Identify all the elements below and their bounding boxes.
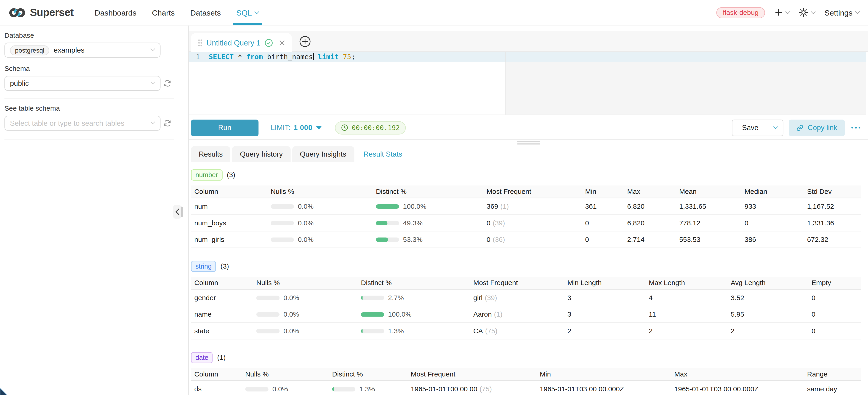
table-row: state0.0%1.3%CA(75)2220 — [191, 323, 861, 339]
sql-token — [314, 53, 318, 61]
frequent-count: (39) — [493, 219, 505, 227]
sql-editor[interactable]: 1 SELECT * from birth_names limit 75; — [189, 52, 866, 115]
column-header: Max — [624, 188, 676, 195]
progress-bar-fill — [332, 387, 334, 391]
percent-label: 0.0% — [283, 310, 299, 318]
cell-value: 1965-01-01T03:00:00.000Z — [671, 385, 804, 393]
cell-distinct-pct: 100.0% — [373, 202, 483, 210]
table-select[interactable]: Select table or type to search tables — [4, 116, 160, 130]
link-icon — [796, 124, 804, 131]
sql-token: birth_names — [263, 53, 313, 61]
percent-label: 100.0% — [388, 310, 412, 318]
collapse-sidebar-button[interactable] — [173, 205, 181, 219]
cell-value: 2 — [727, 327, 808, 335]
nav-item-dashboards[interactable]: Dashboards — [87, 0, 144, 25]
cell-nulls-pct: 0.0% — [242, 385, 329, 393]
copy-link-label: Copy link — [808, 123, 837, 132]
cell-nulls-pct: 0.0% — [268, 236, 373, 243]
sidebar-resize-handle[interactable] — [181, 206, 183, 217]
progress-bar — [256, 312, 280, 316]
cell-value: 6,820 — [624, 202, 676, 210]
column-header: Empty — [808, 279, 858, 287]
result-tab-results[interactable]: Results — [191, 146, 230, 162]
column-header: Column — [191, 188, 268, 195]
database-select[interactable]: postgresql examples — [4, 43, 160, 58]
more-options-button[interactable] — [850, 124, 861, 131]
save-button[interactable]: Save — [733, 120, 768, 135]
cell-distinct-pct: 53.3% — [373, 236, 483, 243]
chevron-down-icon — [150, 80, 155, 84]
add-tab-button[interactable] — [299, 35, 311, 48]
theme-menu[interactable] — [799, 8, 815, 17]
type-tag-date: date — [191, 352, 213, 363]
chevron-down-icon — [254, 9, 259, 14]
chevron-down-icon — [855, 9, 860, 14]
cell-value: 0 — [808, 294, 858, 302]
progress-bar — [245, 387, 269, 391]
progress-bar — [361, 312, 384, 316]
progress-bar — [376, 221, 399, 225]
cell-column-name: ds — [191, 385, 242, 393]
schema-field: Schema public — [4, 65, 188, 91]
print-margin-area — [506, 62, 866, 115]
frequent-value: 1965-01-01T00:00:00 — [411, 385, 477, 393]
percent-label: 0.0% — [298, 219, 314, 227]
clock-icon — [341, 124, 348, 131]
nav-right: flask-debug Settings — [716, 7, 859, 18]
nav-item-sql[interactable]: SQL — [228, 0, 266, 25]
progress-bar — [271, 204, 294, 209]
column-count: (1) — [217, 354, 225, 362]
frequent-value: girl — [473, 294, 483, 302]
close-tab-button[interactable] — [279, 39, 285, 46]
column-header: Nulls % — [253, 279, 358, 287]
cell-distinct-pct: 1.3% — [358, 327, 470, 335]
cell-nulls-pct: 0.0% — [253, 327, 358, 335]
column-header: Distinct % — [373, 188, 483, 195]
limit-label: LIMIT: — [271, 123, 290, 132]
cell-value: 1965-01-01T03:00:00.000Z — [536, 385, 671, 393]
cell-nulls-pct: 0.0% — [253, 294, 358, 302]
query-tab[interactable]: Untitled Query 1 — [191, 33, 291, 52]
refresh-tables-button[interactable] — [163, 119, 172, 127]
new-item-menu[interactable] — [775, 8, 789, 17]
database-value: examples — [54, 46, 85, 54]
cell-nulls-pct: 0.0% — [268, 202, 373, 210]
cell-nulls-pct: 0.0% — [268, 219, 373, 227]
cell-distinct-pct: 100.0% — [358, 310, 470, 318]
limit-dropdown[interactable]: LIMIT: 1 000 — [271, 123, 322, 132]
drag-dots-icon — [198, 38, 203, 47]
schema-value: public — [10, 79, 29, 87]
table-schema-field: See table schema Select table or type to… — [4, 105, 188, 130]
column-header: Distinct % — [358, 279, 470, 287]
result-tab-query-history[interactable]: Query history — [232, 146, 290, 162]
result-tab-result-stats[interactable]: Result Stats — [355, 146, 410, 162]
cell-most-frequent: 369(1) — [484, 202, 582, 210]
column-header: Max — [671, 370, 804, 378]
save-options-button[interactable] — [768, 120, 783, 135]
cell-value: 2 — [645, 327, 727, 335]
editor-resize-handle[interactable] — [517, 141, 540, 145]
nav-item-charts[interactable]: Charts — [144, 0, 183, 25]
cell-value: 386 — [741, 236, 804, 243]
settings-menu[interactable]: Settings — [825, 8, 859, 17]
brand[interactable]: Superset — [9, 6, 73, 19]
progress-bar-fill — [361, 312, 384, 316]
refresh-schemas-button[interactable] — [163, 79, 172, 87]
run-query-button[interactable]: Run — [191, 119, 259, 136]
sql-token: ; — [351, 53, 355, 61]
sql-token: limit — [318, 53, 339, 61]
result-tab-query-insights[interactable]: Query Insights — [292, 146, 354, 162]
plus-icon — [775, 8, 783, 17]
save-split-button: Save — [732, 119, 783, 136]
cell-value: 3 — [564, 294, 645, 302]
sql-token: from — [246, 53, 263, 61]
copy-link-button[interactable]: Copy link — [789, 119, 844, 136]
nav-item-datasets[interactable]: Datasets — [182, 0, 228, 25]
column-header: Min — [536, 370, 671, 378]
sql-token — [339, 53, 343, 61]
column-header: Min Length — [564, 279, 645, 287]
schema-select[interactable]: public — [4, 76, 160, 91]
mouse-pointer-icon — [0, 386, 16, 395]
close-icon — [279, 39, 285, 46]
column-header: Max Length — [645, 279, 727, 287]
